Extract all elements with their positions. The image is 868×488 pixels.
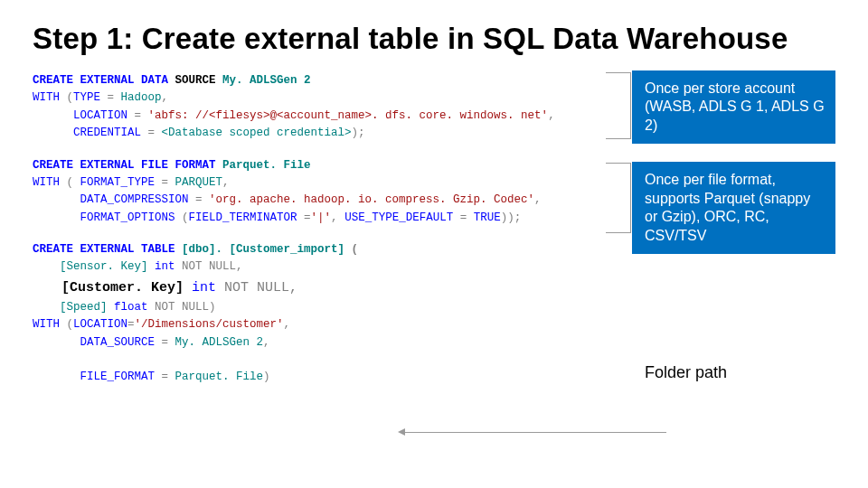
val-folder-path: '/Dimensions/customer': [135, 318, 284, 331]
kw-format-options: FORMAT_OPTIONS: [33, 211, 182, 224]
comma: ,: [222, 176, 230, 189]
kw-data-compression: DATA_COMPRESSION: [33, 193, 195, 206]
val-abfs: 'abfs: //<filesys>@<account_name>. dfs. …: [141, 109, 548, 122]
paren: (: [352, 243, 359, 256]
code-column: CREATE EXTERNAL DATA SOURCE My. ADLSGen …: [33, 72, 616, 410]
kw-type: TYPE: [73, 91, 108, 104]
kw-format-type: FORMAT_TYPE: [80, 176, 162, 189]
field-sensor-key: [Sensor. Key]: [60, 260, 155, 273]
bracket-connector-1: [606, 72, 631, 139]
table-name: [dbo]. [Customer_import]: [182, 243, 352, 256]
kw-file-format: FILE_FORMAT: [33, 371, 162, 383]
comma: ,: [289, 280, 297, 296]
comma: ,: [548, 109, 555, 122]
val-parquet-file: Parquet. File: [168, 371, 263, 383]
comma: ,: [236, 260, 243, 273]
kw-source: SOURCE: [175, 74, 216, 87]
kw-credential: CREDENTIAL: [33, 127, 148, 139]
type-float: float: [114, 301, 155, 314]
kw-location: LOCATION: [33, 109, 135, 122]
eq: =: [108, 91, 115, 104]
slide-title: Step 1: Create external table in SQL Dat…: [33, 22, 835, 56]
paren: (: [67, 318, 74, 331]
field-customer-key: [Customer. Key]: [61, 280, 184, 296]
val-hadoop: Hadoop: [114, 91, 162, 104]
comma: ,: [534, 193, 542, 206]
eq: =: [304, 211, 311, 224]
kw-format: FORMAT: [175, 159, 216, 172]
val-gzip-codec: 'org. apache. hadoop. io. compress. Gzip…: [203, 193, 535, 206]
kw-create-external-data: CREATE EXTERNAL DATA: [33, 74, 175, 87]
type-int: int: [184, 280, 224, 296]
bracket-connector-2: [606, 163, 631, 233]
code-block-data-source: CREATE EXTERNAL DATA SOURCE My. ADLSGen …: [33, 72, 616, 143]
kw-field-terminator: FIELD_TERMINATOR: [189, 211, 305, 224]
kw-create-external-table: CREATE EXTERNAL TABLE: [33, 243, 182, 256]
kw-use-type-default: USE_TYPE_DEFAULT: [344, 211, 460, 224]
code-block-external-table-cont: [Speed] float NOT NULL) WITH (LOCATION='…: [33, 299, 616, 387]
kw-data-source: DATA_SOURCE: [33, 336, 162, 349]
comma: ,: [284, 318, 291, 331]
callouts-column: Once per store account (WASB, ADLS G 1, …: [632, 72, 835, 410]
val-parquet: PARQUET: [168, 176, 222, 189]
format-name: Parquet. File: [216, 159, 311, 172]
comma: ,: [162, 91, 169, 104]
indent: [33, 301, 60, 314]
arrow-folder-path-head: [398, 428, 405, 436]
kw-create-external-file: CREATE EXTERNAL FILE: [33, 159, 175, 172]
paren: (: [67, 176, 80, 189]
callout-store-account: Once per store account (WASB, ADLS G 1, …: [632, 70, 835, 144]
callout-folder-path: Folder path: [632, 353, 835, 392]
val-pipe: '|': [311, 211, 332, 224]
paren: (: [67, 91, 74, 104]
close: ): [263, 371, 270, 383]
val-adlsgen2: My. ADLSGen 2: [168, 336, 263, 349]
close: );: [352, 127, 365, 139]
eq: =: [162, 176, 169, 189]
code-block-file-format: CREATE EXTERNAL FILE FORMAT Parquet. Fil…: [33, 157, 616, 228]
close: ));: [501, 211, 522, 224]
eq: =: [162, 336, 169, 349]
not-null: NOT NULL: [224, 280, 289, 296]
customer-key-line: [Customer. Key] int NOT NULL,: [61, 278, 616, 297]
eq: =: [148, 127, 156, 139]
kw-with: WITH: [33, 176, 67, 189]
not-null: NOT NULL: [155, 301, 209, 314]
eq: =: [135, 109, 142, 122]
comma: ,: [263, 336, 270, 349]
indent: [33, 260, 60, 273]
val-true: TRUE: [467, 211, 501, 224]
eq: =: [127, 318, 135, 331]
type-int: int: [155, 260, 182, 273]
eq: =: [195, 193, 203, 206]
close: ): [209, 301, 216, 314]
kw-with: WITH: [33, 318, 67, 331]
field-speed: [Speed]: [60, 301, 114, 314]
kw-with: WITH: [33, 91, 67, 104]
val-credential: <Database scoped credential>: [155, 127, 352, 139]
not-null: NOT NULL: [182, 260, 236, 273]
comma: ,: [331, 211, 344, 224]
arrow-folder-path-line: [403, 432, 666, 433]
eq: =: [162, 371, 169, 383]
code-block-external-table: CREATE EXTERNAL TABLE [dbo]. [Customer_i…: [33, 241, 616, 277]
paren: (: [182, 211, 189, 224]
datasource-name: My. ADLSGen 2: [216, 74, 311, 87]
kw-location: LOCATION: [73, 318, 127, 331]
content-area: CREATE EXTERNAL DATA SOURCE My. ADLSGen …: [33, 72, 835, 410]
callout-file-format: Once per file format, supports Parquet (…: [632, 162, 835, 254]
